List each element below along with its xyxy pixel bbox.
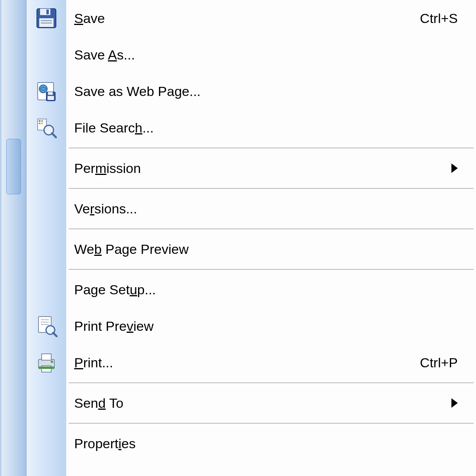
menu-icon-empty: [27, 271, 66, 308]
window-scrollbar-area: [2, 0, 26, 476]
menu-items-list: SaveCtrl+SSave As...Save as Web Page...F…: [66, 0, 476, 476]
menu-separator: [66, 186, 476, 190]
menu-icon-empty: [27, 231, 66, 267]
menu-item-permission[interactable]: Permission: [66, 150, 476, 186]
print-preview-icon: [27, 308, 66, 344]
menu-item-label: Properties: [74, 436, 464, 451]
menu-item-page-setup[interactable]: Page Setup...: [66, 271, 476, 308]
menu-separator: [66, 267, 476, 271]
floppy-icon: [27, 0, 66, 36]
menu-icon-empty: [27, 385, 66, 421]
menu-item-label: Save As...: [74, 47, 464, 63]
menu-item-send-to[interactable]: Send To: [66, 385, 476, 421]
menu-item-versions[interactable]: Versions...: [66, 190, 476, 227]
menu-item-print[interactable]: Print...Ctrl+P: [66, 344, 476, 381]
menu-item-label: Versions...: [74, 201, 464, 217]
menu-icon-gutter: [27, 0, 66, 476]
submenu-arrow-icon: [451, 163, 458, 173]
menu-separator: [66, 227, 476, 231]
menu-icon-empty: [27, 190, 66, 227]
menu-item-save-as-web[interactable]: Save as Web Page...: [66, 73, 476, 109]
web-save-icon: [27, 73, 66, 109]
menu-item-label: Send To: [74, 395, 451, 411]
menu-icon-empty: [27, 150, 66, 186]
menu-item-web-page-preview[interactable]: Web Page Preview: [66, 231, 476, 267]
menu-item-file-search[interactable]: File Search...: [66, 109, 476, 146]
menu-icon-empty: [27, 36, 66, 73]
file-menu-dropdown: SaveCtrl+SSave As...Save as Web Page...F…: [0, 0, 476, 476]
menu-item-shortcut: Ctrl+S: [420, 11, 464, 26]
submenu-arrow-icon: [451, 398, 458, 408]
menu-item-label: Page Setup...: [74, 282, 464, 298]
menu-icon-empty: [27, 425, 66, 462]
menu-item-label: Print...: [74, 355, 420, 370]
menu-item-properties[interactable]: Properties: [66, 425, 476, 462]
menu-item-print-preview[interactable]: Print Preview: [66, 308, 476, 344]
menu-item-label: Save as Web Page...: [74, 84, 464, 99]
menu-item-label: Permission: [74, 161, 451, 176]
file-menu: SaveCtrl+SSave As...Save as Web Page...F…: [26, 0, 476, 476]
menu-item-save-as[interactable]: Save As...: [66, 36, 476, 73]
menu-item-label: Print Preview: [74, 319, 464, 334]
menu-item-label: File Search...: [74, 120, 464, 136]
menu-item-save[interactable]: SaveCtrl+S: [66, 0, 476, 36]
menu-separator: [66, 381, 476, 385]
menu-item-shortcut: Ctrl+P: [420, 355, 464, 370]
file-search-icon: [27, 109, 66, 146]
scrollbar-thumb[interactable]: [6, 139, 21, 194]
printer-icon: [27, 344, 66, 381]
menu-item-label: Web Page Preview: [74, 242, 464, 257]
menu-separator: [66, 146, 476, 150]
menu-separator: [66, 421, 476, 425]
menu-item-label: Save: [74, 11, 420, 26]
